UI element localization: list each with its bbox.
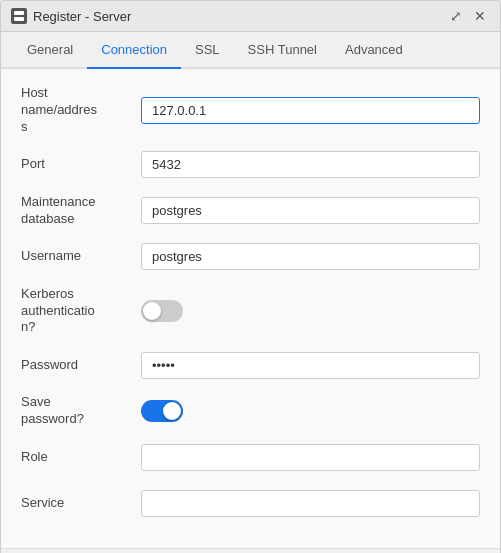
expand-button[interactable]: ⤢	[446, 7, 466, 25]
svg-rect-0	[14, 11, 24, 15]
kerberos-row: Kerberos authenticatio n?	[21, 286, 480, 337]
save-password-row: Save password?	[21, 394, 480, 428]
hostname-row: Host name/addres s	[21, 85, 480, 136]
tab-general[interactable]: General	[13, 32, 87, 69]
username-label: Username	[21, 248, 141, 265]
role-label: Role	[21, 449, 141, 466]
maintenance-db-input[interactable]	[141, 197, 480, 224]
form-body: Host name/addres s Port Maintenance data…	[1, 69, 500, 548]
svg-rect-1	[14, 17, 24, 21]
maintenance-db-label: Maintenance database	[21, 194, 141, 228]
service-label: Service	[21, 495, 141, 512]
role-input[interactable]	[141, 444, 480, 471]
port-row: Port	[21, 148, 480, 182]
password-input[interactable]	[141, 352, 480, 379]
role-row: Role	[21, 440, 480, 474]
tab-connection[interactable]: Connection	[87, 32, 181, 69]
titlebar-controls: ⤢ ✕	[446, 7, 490, 25]
dialog-title: Register - Server	[33, 9, 131, 24]
save-password-track	[141, 400, 183, 422]
username-row: Username	[21, 240, 480, 274]
titlebar-left: Register - Server	[11, 8, 131, 24]
port-label: Port	[21, 156, 141, 173]
service-input[interactable]	[141, 490, 480, 517]
save-password-toggle[interactable]	[141, 400, 183, 422]
close-window-button[interactable]: ✕	[470, 7, 490, 25]
kerberos-thumb	[143, 302, 161, 320]
username-input[interactable]	[141, 243, 480, 270]
save-password-thumb	[163, 402, 181, 420]
register-server-dialog: Register - Server ⤢ ✕ General Connection…	[0, 0, 501, 553]
server-icon	[11, 8, 27, 24]
password-row: Password	[21, 348, 480, 382]
kerberos-label: Kerberos authenticatio n?	[21, 286, 141, 337]
port-input[interactable]	[141, 151, 480, 178]
tab-bar: General Connection SSL SSH Tunnel Advanc…	[1, 32, 500, 69]
tab-ssh-tunnel[interactable]: SSH Tunnel	[234, 32, 331, 69]
kerberos-track	[141, 300, 183, 322]
save-password-label: Save password?	[21, 394, 141, 428]
titlebar: Register - Server ⤢ ✕	[1, 1, 500, 32]
maintenance-db-row: Maintenance database	[21, 194, 480, 228]
hostname-input[interactable]	[141, 97, 480, 124]
hostname-label: Host name/addres s	[21, 85, 141, 136]
service-row: Service	[21, 486, 480, 520]
tab-ssl[interactable]: SSL	[181, 32, 234, 69]
footer: ℹ ? ✕ Close ↺ Reset Save	[1, 548, 500, 553]
password-label: Password	[21, 357, 141, 374]
tab-advanced[interactable]: Advanced	[331, 32, 417, 69]
kerberos-toggle[interactable]	[141, 300, 183, 322]
